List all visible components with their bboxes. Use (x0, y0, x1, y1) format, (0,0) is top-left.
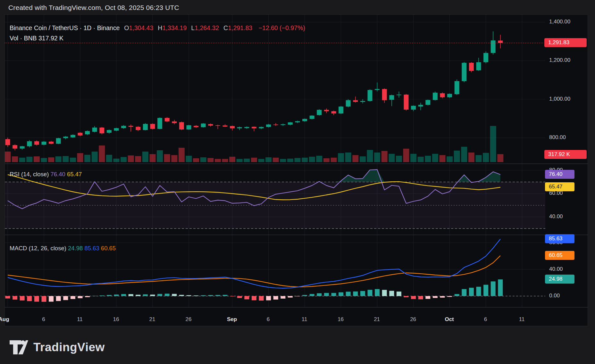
time-tick-21: 21 (149, 316, 155, 323)
time-tick-16: 16 (113, 316, 119, 323)
rsi-badge: 76.40 (545, 170, 574, 179)
chart-canvas[interactable] (5, 15, 588, 327)
macd-signal-line (8, 256, 500, 287)
tradingview-logo: TradingView (10, 340, 105, 354)
time-tick-11: 11 (302, 316, 307, 323)
volume-badge: 317.92 K (544, 150, 587, 159)
time-tick-11: 11 (519, 316, 525, 323)
macd-tick: 0.00 (549, 292, 560, 299)
time-tick-21: 21 (374, 316, 380, 323)
price-tick: 1,400.00 (549, 18, 570, 25)
time-tick-aug: Aug (0, 316, 9, 323)
macd-histogram (5, 279, 503, 302)
volume-bars (5, 126, 503, 162)
rsi-ma-value: 65.47 (67, 171, 82, 178)
macd-value: 85.63 (84, 245, 99, 252)
tradingview-logo-text: TradingView (33, 341, 105, 354)
symbol-title: Binance Coin / TetherUS · 1D · Binance (10, 24, 120, 31)
time-tick-6: 6 (484, 316, 487, 323)
rsi-ma-badge: 65.47 (545, 182, 574, 191)
time-tick-6: 6 (42, 316, 45, 323)
tradingview-snapshot: Created with TradingView.com, Oct 08, 20… (0, 0, 595, 364)
rsi-tick: 40.00 (549, 213, 563, 220)
macd-badge: 85.63 (545, 234, 574, 243)
rsi-legend[interactable]: RSI (14, close) 76.40 65.47 (10, 171, 82, 178)
candles (5, 31, 503, 150)
volume-value: 317.92 K (38, 35, 63, 42)
price-tick: 1,200.00 (549, 57, 570, 64)
created-with-text: Created with TradingView.com, Oct 08, 20… (8, 4, 179, 12)
rsi-value: 76.40 (51, 171, 65, 178)
change-value: −12.60 (−0.97%) (259, 24, 305, 31)
macd-signal-badge: 60.65 (545, 251, 574, 260)
volume-legend[interactable]: Vol · BNB 317.92 K (10, 35, 63, 42)
time-tick-11: 11 (77, 316, 83, 323)
time-tick-26: 26 (410, 316, 416, 323)
macd-label: MACD (12, 26, close) (10, 245, 66, 252)
macd-hist-value: 24.98 (68, 245, 83, 252)
price-tick: 1,000.00 (549, 95, 570, 103)
ohlc-values: O1,304.43H1,334.19L1,264.32C1,291.83 (124, 24, 257, 31)
time-tick-16: 16 (338, 316, 344, 323)
macd-tick: 40.00 (549, 266, 563, 273)
time-tick-6: 6 (267, 316, 270, 323)
tradingview-logo-icon (10, 340, 28, 354)
macd-signal-value: 60.65 (101, 245, 116, 252)
time-tick-26: 26 (186, 316, 192, 323)
price-badge: 1,291.83 (544, 38, 587, 47)
time-tick-sep: Sep (227, 316, 237, 323)
volume-label: Vol · BNB (10, 35, 37, 42)
macd-hist-badge: 24.98 (545, 275, 574, 284)
chart-widget[interactable] (4, 14, 588, 326)
macd-legend[interactable]: MACD (12, 26, close) 24.98 85.63 60.65 (10, 245, 116, 252)
price-tick: 800.00 (549, 134, 566, 141)
rsi-label: RSI (14, close) (10, 171, 49, 178)
symbol-legend[interactable]: Binance Coin / TetherUS · 1D · BinanceO1… (10, 24, 305, 32)
time-tick-oct: Oct (445, 316, 454, 323)
